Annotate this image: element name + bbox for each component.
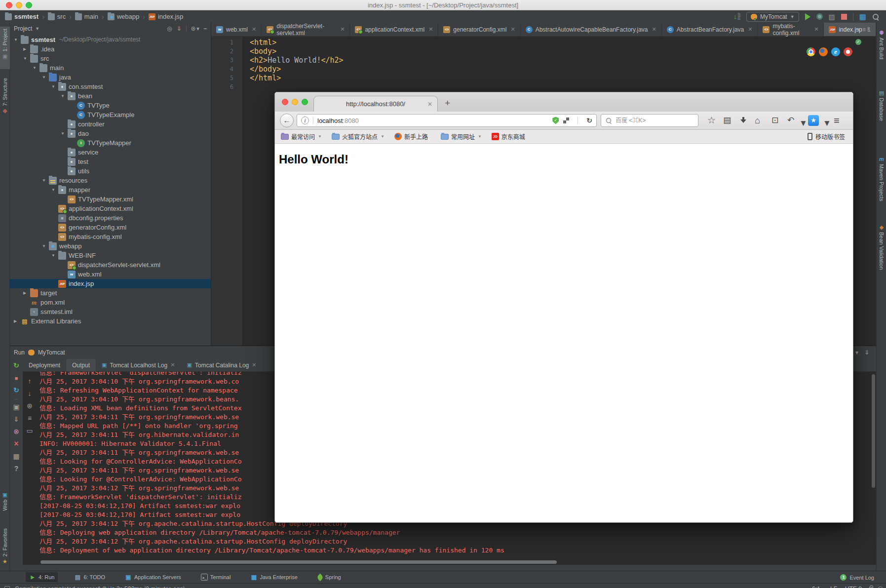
close-tab-icon[interactable]: ✕: [170, 362, 175, 368]
hide-panel-icon[interactable]: ⇓: [864, 349, 869, 356]
run-tab[interactable]: Tomcat Localhost Log ✕: [96, 359, 181, 371]
tree-item[interactable]: main: [10, 63, 211, 73]
tree-item[interactable]: web.xml: [10, 270, 211, 279]
tree-item[interactable]: WEB-INF: [10, 251, 211, 260]
bookmark-item[interactable]: 京东商城: [492, 132, 528, 141]
coverage-icon[interactable]: ▨: [829, 13, 835, 20]
tree-item[interactable]: controller: [10, 119, 211, 129]
browser-preview-icon[interactable]: [831, 47, 840, 56]
tree-item[interactable]: generatorConfig.xml: [10, 223, 211, 232]
run-tab[interactable]: Deployment ✕: [23, 359, 66, 371]
tree-item[interactable]: src: [10, 54, 211, 63]
hamburger-menu-icon[interactable]: ≡: [834, 116, 840, 125]
sidebar-item-structure[interactable]: 7: Structure ❉: [0, 76, 10, 127]
tree-item[interactable]: TVType: [10, 101, 211, 110]
tree-item[interactable]: bean: [10, 91, 211, 101]
firefox-window[interactable]: http://localhost:8080/ ✕ + ← i localhost…: [274, 92, 853, 523]
tool-window-button[interactable]: 4: Run: [26, 572, 58, 582]
tree-item[interactable]: applicationContext.xml: [10, 204, 211, 213]
tree-toggle-arrow[interactable]: [51, 251, 58, 260]
tool-window-button[interactable]: Application Servers: [121, 572, 185, 582]
tree-item[interactable]: resources: [10, 176, 211, 185]
new-tab-icon[interactable]: +: [445, 98, 450, 109]
editor-tab[interactable]: generatorConfig.xml ✕: [438, 23, 520, 36]
close-tab-icon[interactable]: ✕: [252, 362, 256, 368]
back-icon[interactable]: ←: [280, 114, 294, 127]
qr-icon[interactable]: [563, 118, 569, 123]
window-switcher-icon[interactable]: ▦: [859, 13, 866, 20]
browser-preview-icon[interactable]: [807, 47, 815, 56]
tree-item[interactable]: mapper: [10, 185, 211, 195]
run-toolbar-icon[interactable]: [11, 450, 22, 462]
stop-icon[interactable]: [841, 14, 847, 20]
zoom-window-icon[interactable]: [302, 99, 308, 105]
run-toolbar-icon[interactable]: [11, 426, 22, 437]
console-toolbar-icon[interactable]: [24, 400, 35, 412]
tree-item[interactable]: utils: [10, 166, 211, 176]
run-tab[interactable]: Tomcat Catalina Log ✕: [181, 359, 262, 371]
info-icon[interactable]: i: [301, 117, 309, 124]
close-tab-icon[interactable]: ✕: [340, 26, 345, 33]
shield-icon[interactable]: ✓: [552, 117, 559, 124]
vertical-scrollbar[interactable]: [872, 374, 875, 488]
tree-item[interactable]: target: [10, 288, 211, 298]
editor-tab[interactable]: AbstractAutowireCapableBeanFactory.java …: [521, 23, 662, 36]
panel-toolbar-icon[interactable]: [191, 26, 199, 32]
tree-toggle-arrow[interactable]: [23, 288, 30, 298]
chevron-down-icon[interactable]: ▼: [35, 26, 39, 31]
panel-toolbar-icon[interactable]: [203, 26, 207, 32]
debug-icon[interactable]: [816, 13, 823, 20]
browser-tab[interactable]: http://localhost:8080/ ✕: [313, 96, 438, 112]
run-toolbar-icon[interactable]: [11, 372, 22, 384]
breadcrumb-item[interactable]: src ›: [48, 13, 75, 21]
search-icon[interactable]: [872, 13, 879, 20]
run-toolbar-icon[interactable]: [11, 413, 22, 425]
run-tab[interactable]: Output ✕: [66, 359, 96, 371]
bookmark-item[interactable]: 最常访问 ▼: [281, 132, 322, 141]
close-tab-icon[interactable]: ✕: [427, 101, 432, 108]
close-tab-icon[interactable]: ✕: [652, 26, 656, 33]
run-toolbar-icon[interactable]: [11, 463, 22, 474]
sidebar-item-ant-build[interactable]: ⚉ Ant Build: [877, 28, 886, 79]
tree-item[interactable]: mybatis-config.xml: [10, 232, 211, 241]
undo-icon[interactable]: ↶: [787, 116, 794, 125]
tree-toggle-arrow[interactable]: [61, 91, 68, 101]
editor-tab[interactable]: mybatis-config.xml ✕: [758, 23, 824, 36]
close-tab-icon[interactable]: ✕: [510, 26, 515, 33]
bookmark-item[interactable]: 火狐官方站点 ▼: [332, 132, 385, 141]
tree-item[interactable]: webapp: [10, 241, 211, 251]
line-ending-selector[interactable]: LF: [830, 586, 837, 588]
tree-item[interactable]: service: [10, 148, 211, 157]
tree-toggle-arrow[interactable]: [61, 129, 68, 138]
tree-item[interactable]: con.ssmtest: [10, 82, 211, 91]
tree-item[interactable]: ssmtest ~/Desktop/Project/java/ssmtest: [10, 35, 211, 44]
run-toolbar-icon[interactable]: [11, 384, 22, 396]
editor-tab[interactable]: web.xml ✕: [211, 23, 262, 36]
home-icon[interactable]: ⌂: [755, 116, 760, 125]
run-toolbar-icon[interactable]: [11, 401, 22, 413]
tool-window-button[interactable]: 6: TODO: [71, 572, 109, 582]
tree-toggle-arrow[interactable]: [51, 82, 58, 91]
tool-window-button[interactable]: Spring: [314, 573, 345, 582]
close-tab-icon[interactable]: ✕: [748, 26, 752, 33]
tree-item[interactable]: dao: [10, 129, 211, 138]
tree-toggle-arrow[interactable]: [23, 54, 30, 63]
minimize-window-icon[interactable]: [292, 99, 298, 105]
tree-toggle-arrow[interactable]: [42, 241, 49, 251]
breadcrumb-item[interactable]: main ›: [75, 13, 108, 21]
panel-toolbar-icon[interactable]: [177, 26, 182, 32]
console-toolbar-icon[interactable]: [24, 425, 35, 436]
tree-item[interactable]: TVTypeMapper.xml: [10, 195, 211, 204]
tree-toggle-arrow[interactable]: [23, 44, 30, 54]
inspection-ok-icon[interactable]: ✓: [855, 39, 861, 45]
bookmarks-menu-icon[interactable]: ★: [808, 115, 819, 126]
bookmark-item[interactable]: 新手上路: [394, 132, 431, 141]
run-icon[interactable]: [805, 13, 810, 20]
browser-viewport[interactable]: Hello World!: [275, 144, 853, 522]
encoding-selector[interactable]: UTF-8: [845, 586, 862, 588]
editor-tab[interactable]: applicationContext.xml ✕: [350, 23, 438, 36]
sidebar-item-web[interactable]: ▣ Web: [0, 490, 10, 517]
tool-window-button[interactable]: Java Enterprise: [247, 572, 301, 582]
tree-item[interactable]: ssmtest.iml: [10, 307, 211, 316]
search-input[interactable]: [616, 117, 690, 124]
